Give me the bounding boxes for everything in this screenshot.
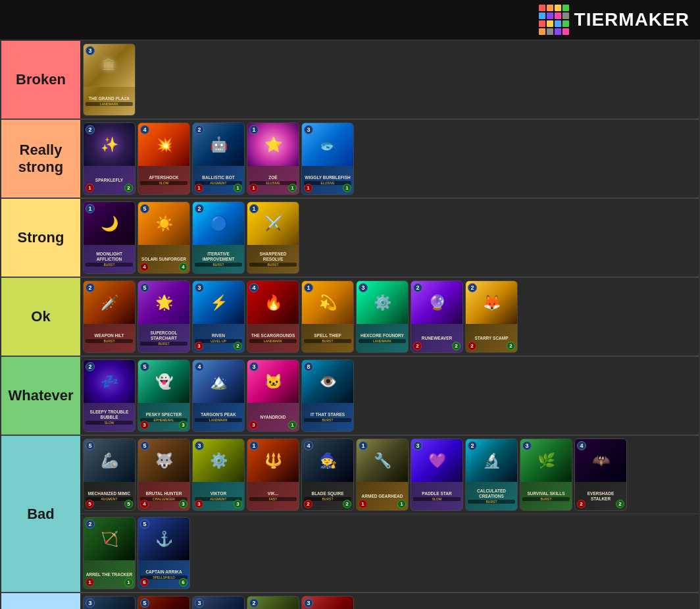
card-power: 1 bbox=[86, 184, 94, 192]
card-brutal-hunter[interactable]: 5 🐺 BRUTAL HUNTER CHALLENGER 4 3 bbox=[138, 438, 190, 511]
card-name: SPELL THIEF bbox=[304, 333, 351, 338]
card-info: SHARPENED RESOLVE BURST bbox=[247, 245, 299, 273]
card-name: BALLISTIC BOT bbox=[195, 175, 242, 180]
card-health: 2 bbox=[234, 342, 242, 350]
card-blade-squire[interactable]: 4 🧙 BLADE SQUIRE BURST 2 2 bbox=[301, 438, 354, 511]
card-boomship[interactable]: 3 🚀 BOOMSHIP 2 2 bbox=[192, 596, 245, 609]
card-cost: 2 bbox=[86, 362, 95, 371]
card-type: LANDMARK bbox=[249, 339, 297, 343]
tier-label-really-strong: Really strong bbox=[1, 120, 80, 198]
card-paddle-star[interactable]: 3 💜 PADDLE STAR SLOW bbox=[411, 438, 463, 511]
card-type: BURST bbox=[86, 339, 133, 343]
card-power: 2 bbox=[413, 342, 422, 350]
card-hexcore[interactable]: 3 ⚙️ HEXCORE FOUNDRY LANDMARK bbox=[356, 280, 409, 353]
card-health: 6 bbox=[179, 578, 188, 587]
tier-label-ok: Ok bbox=[1, 278, 80, 356]
card-power: 3 bbox=[195, 342, 203, 350]
tier-row-bad: Bad 5 🦾 MECHANIZED MIMIC AUGMENT 5 5 bbox=[1, 436, 699, 593]
card-info: PADDLE STAR SLOW bbox=[411, 482, 463, 510]
card-cost: 2 bbox=[413, 283, 422, 292]
card-spellthief[interactable]: 1 💫 SPELL THIEF BURST bbox=[301, 280, 354, 353]
card-type: LANDMARK bbox=[86, 102, 133, 106]
card-cost: 8 bbox=[304, 362, 313, 371]
card-name: ARMED GEARHEAD bbox=[359, 494, 406, 499]
card-health: 3 bbox=[179, 500, 188, 508]
card-power: 1 bbox=[304, 184, 312, 192]
card-cost: 1 bbox=[304, 283, 313, 292]
card-homecoming[interactable]: 3 🌊 HOMECOMING FAST bbox=[83, 596, 136, 609]
card-info: THE SCARGROUNDS LANDMARK bbox=[247, 324, 299, 352]
card-pesky-specter[interactable]: 5 👻 PESKY SPECTER EPHEMERAL 3 3 bbox=[138, 359, 190, 432]
card-wrathful-rider[interactable]: 5 🐴 WRATHFUL RIDER CHALLENGER 7 5 bbox=[138, 596, 190, 609]
card-cost: 5 bbox=[86, 441, 95, 450]
card-targons-peak[interactable]: 4 🏔️ TARGON'S PEAK LANDMARK bbox=[192, 359, 245, 432]
card-type: BURST bbox=[468, 500, 515, 504]
card-type: SLOW bbox=[413, 497, 461, 501]
card-evershade[interactable]: 4 🦇 EVERSHADE STALKER 2 2 bbox=[574, 438, 627, 511]
card-arrel[interactable]: 2 🏹 ARREL THE TRACKER 1 1 bbox=[83, 517, 136, 589]
card-cost: 3 bbox=[195, 598, 204, 608]
card-info: SPELL THIEF BURST bbox=[302, 324, 353, 352]
card-mech-mimic[interactable]: 5 🦾 MECHANIZED MIMIC AUGMENT 5 5 bbox=[83, 438, 136, 511]
card-armed-gearhead[interactable]: 1 🔧 ARMED GEARHEAD 1 1 bbox=[356, 438, 409, 511]
card-cost: 2 bbox=[195, 125, 204, 134]
card-name: MOONLIGHT AFFLICTION bbox=[86, 252, 133, 262]
tier-label-whatever: Whatever bbox=[1, 357, 80, 435]
card-power: 4 bbox=[140, 263, 149, 271]
card-power: 3 bbox=[249, 421, 258, 429]
card-cost: 5 bbox=[140, 598, 149, 608]
card-nyandroid[interactable]: 3 🐱 NYANDROID 3 1 bbox=[247, 359, 299, 432]
card-cost: 1 bbox=[249, 441, 259, 450]
card-sparklefly[interactable]: 2 ✨ SPARKLEFLY 1 2 bbox=[83, 122, 136, 195]
card-weapon-hilt[interactable]: 2 🗡️ WEAPON HILT BURST bbox=[83, 280, 136, 353]
card-cost: 2 bbox=[468, 441, 477, 450]
card-type: LANDMARK bbox=[195, 418, 242, 422]
card-viktor[interactable]: 3 ⚙️ VIKTOR AUGMENT 3 3 bbox=[192, 438, 245, 511]
card-name: THE GRAND PLAZA bbox=[86, 96, 133, 101]
tier-row-ok: Ok 2 🗡️ WEAPON HILT BURST 5 🌟 SUPERCOOL … bbox=[1, 278, 699, 357]
card-starry-scamp[interactable]: 2 🦊 STARRY SCAMP 2 2 bbox=[465, 280, 518, 353]
card-cost: 3 bbox=[359, 283, 368, 292]
card-vik-spell[interactable]: 1 🔱 VIK... FAST bbox=[247, 438, 299, 511]
card-name: NYANDROID bbox=[249, 415, 297, 420]
card-monas-trick[interactable]: 3 🌸 MONAS TRICK OF HIRANA LANDMARK bbox=[301, 596, 354, 609]
card-wiggly[interactable]: 3 🐟 WIGGLY BURBLEFISH ELUSIVE 1 1 bbox=[301, 122, 354, 195]
card-moonlight[interactable]: 1 🌙 MOONLIGHT AFFLICTION BURST bbox=[83, 201, 136, 274]
card-power: 1 bbox=[359, 500, 367, 508]
card-ballistic-bot[interactable]: 2 🤖 BALLISTIC BOT AUGMENT 1 1 bbox=[192, 122, 245, 195]
card-solari[interactable]: 5 ☀️ SOLARI SUNFORGER 4 4 bbox=[138, 201, 190, 274]
card-hunt-weak[interactable]: 2 🐾 HUNT THE WEAK SLOW bbox=[247, 596, 299, 609]
tier-label-literal-shit: Literal shit bbox=[1, 593, 80, 609]
card-cost: 3 bbox=[304, 125, 313, 134]
card-cost: 2 bbox=[86, 125, 95, 134]
card-power: 3 bbox=[195, 500, 203, 508]
card-grand-plaza[interactable]: 3 🏛 THE GRAND PLAZA LANDMARK bbox=[83, 43, 136, 116]
tier-label-broken: Broken bbox=[1, 41, 80, 119]
tier-cards-bad-row1: 5 🦾 MECHANIZED MIMIC AUGMENT 5 5 5 🐺 bbox=[80, 436, 699, 514]
card-type: BURST bbox=[249, 263, 297, 267]
card-sharpened[interactable]: 1 ⚔️ SHARPENED RESOLVE BURST bbox=[247, 201, 299, 274]
card-name: SPARKLEFLY bbox=[86, 178, 133, 183]
card-runeweaver[interactable]: 2 🔮 RUNEWEAVER 2 2 bbox=[411, 280, 463, 353]
card-name: SLEEPY TROUBLE BUBBLE bbox=[86, 410, 133, 420]
card-name: VIK... bbox=[249, 491, 297, 496]
card-captain-arrika[interactable]: 5 ⚓ CAPTAIN ARRIKA SPELLSHIELD 6 6 bbox=[138, 517, 190, 589]
card-sleepy[interactable]: 2 💤 SLEEPY TROUBLE BUBBLE SLOW bbox=[83, 359, 136, 432]
card-supercool[interactable]: 5 🌟 SUPERCOOL STARCHART BURST bbox=[138, 280, 190, 353]
card-cost: 4 bbox=[195, 362, 204, 371]
card-iterative[interactable]: 2 🔵 ITERATIVE IMPROVEMENT BURST bbox=[192, 201, 245, 274]
card-cost: 2 bbox=[468, 283, 477, 292]
card-aftershock[interactable]: 4 💥 AFTERSHOCK SLOW bbox=[138, 122, 190, 195]
card-zoe[interactable]: 1 ⭐ ZOÉ ELUSIVE 1 1 bbox=[247, 122, 299, 195]
card-scargrounds[interactable]: 4 🔥 THE SCARGROUNDS LANDMARK bbox=[247, 280, 299, 353]
card-name: RIVEN bbox=[195, 333, 242, 338]
card-riven[interactable]: 3 ⚡ RIVEN LEVEL UP 3 2 bbox=[192, 280, 245, 353]
card-health: 2 bbox=[616, 500, 624, 508]
card-name: ARREL THE TRACKER bbox=[86, 572, 133, 577]
card-calculated[interactable]: 2 🔬 CALCULATED CREATIONS BURST bbox=[465, 438, 518, 511]
card-cost: 1 bbox=[86, 204, 95, 213]
card-it-stares[interactable]: 8 👁️ IT THAT STARES BURST bbox=[301, 359, 354, 432]
card-cost: 5 bbox=[140, 362, 149, 371]
card-survival-skills[interactable]: 3 🌿 SURVIVAL SKILLS BURST bbox=[520, 438, 572, 511]
card-cost: 3 bbox=[86, 598, 95, 608]
